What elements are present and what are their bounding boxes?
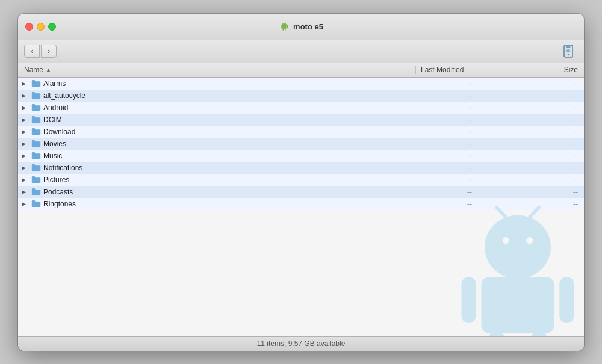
maximize-button[interactable] <box>48 23 56 31</box>
minimize-button[interactable] <box>37 23 45 31</box>
expand-icon[interactable]: ▶ <box>22 93 29 99</box>
file-name: Music <box>43 152 62 160</box>
row-name: ▶ Notifications <box>18 164 415 172</box>
row-name: ▶ Ringtones <box>18 200 415 208</box>
row-name: ▶ Music <box>18 152 415 160</box>
svg-point-4 <box>503 237 509 244</box>
svg-rect-11 <box>488 331 506 336</box>
row-modified: -- <box>415 140 524 148</box>
folder-icon <box>31 164 41 171</box>
row-modified: -- <box>415 79 524 88</box>
row-size: -- <box>524 91 584 100</box>
row-size: -- <box>524 176 584 184</box>
row-name: ▶ Android <box>18 103 415 112</box>
row-name: ▶ DCIM <box>18 116 415 124</box>
android-title-icon <box>279 21 290 32</box>
row-name: ▶ Download <box>18 128 415 136</box>
nav-buttons: ‹ › <box>24 45 57 58</box>
file-manager-window: moto e5 ‹ › <box>18 14 584 351</box>
svg-rect-9 <box>462 277 476 323</box>
row-name: ▶ alt_autocycle <box>18 91 415 100</box>
svg-rect-8 <box>482 277 554 333</box>
table-row[interactable]: ▶ Ringtones -- -- <box>18 198 584 210</box>
row-name: ▶ Alarms <box>18 79 415 88</box>
table-row[interactable]: ▶ Alarms -- -- <box>18 78 584 90</box>
close-button[interactable] <box>25 23 33 31</box>
expand-icon[interactable]: ▶ <box>22 177 29 183</box>
row-modified: -- <box>415 164 524 172</box>
table-row[interactable]: ▶ Podcasts -- -- <box>18 186 584 198</box>
file-name: alt_autocycle <box>43 91 85 100</box>
table-row[interactable]: ▶ Android -- -- <box>18 102 584 114</box>
android-watermark <box>452 204 584 336</box>
expand-icon[interactable]: ▶ <box>22 81 29 87</box>
forward-icon: › <box>48 47 50 55</box>
back-button[interactable]: ‹ <box>24 45 40 58</box>
phone-icon <box>561 44 576 58</box>
row-name: ▶ Pictures <box>18 176 415 184</box>
table-row[interactable]: ▶ DCIM -- -- <box>18 114 584 126</box>
svg-point-2 <box>568 54 569 55</box>
file-name: Ringtones <box>43 200 76 208</box>
expand-icon[interactable]: ▶ <box>22 201 29 207</box>
row-size: -- <box>524 116 584 124</box>
row-name: ▶ Podcasts <box>18 188 415 196</box>
status-text: 11 items, 9.57 GB available <box>257 339 346 348</box>
traffic-lights <box>25 23 56 31</box>
device-icon[interactable] <box>560 43 577 60</box>
file-name: DCIM <box>43 116 62 124</box>
table-row[interactable]: ▶ Download -- -- <box>18 126 584 138</box>
row-modified: -- <box>415 152 524 160</box>
svg-rect-10 <box>559 277 574 323</box>
table-row[interactable]: ▶ Notifications -- -- <box>18 162 584 174</box>
col-size-header[interactable]: Size <box>524 66 584 74</box>
expand-icon[interactable]: ▶ <box>22 141 29 147</box>
expand-icon[interactable]: ▶ <box>22 165 29 171</box>
col-name-header[interactable]: Name ▲ <box>18 66 415 74</box>
row-size: -- <box>524 79 584 88</box>
file-name: Pictures <box>43 176 69 184</box>
row-size: -- <box>524 164 584 172</box>
svg-point-3 <box>485 215 551 279</box>
sort-arrow: ▲ <box>46 67 51 73</box>
folder-icon <box>31 188 41 196</box>
file-name: Download <box>43 128 75 136</box>
table-row[interactable]: ▶ Movies -- -- <box>18 138 584 150</box>
window-title-group: moto e5 <box>279 21 323 32</box>
back-icon: ‹ <box>31 47 33 55</box>
expand-icon[interactable]: ▶ <box>22 153 29 159</box>
table-row[interactable]: ▶ alt_autocycle -- -- <box>18 90 584 102</box>
row-modified: -- <box>415 176 524 184</box>
folder-icon <box>31 176 41 184</box>
table-row[interactable]: ▶ Music -- -- <box>18 150 584 162</box>
expand-icon[interactable]: ▶ <box>22 189 29 195</box>
folder-icon <box>31 91 41 99</box>
row-size: -- <box>524 128 584 136</box>
col-modified-header[interactable]: Last Modified <box>415 66 524 74</box>
folder-icon <box>31 79 41 87</box>
table-row[interactable]: ▶ Pictures -- -- <box>18 174 584 186</box>
row-size: -- <box>524 188 584 196</box>
row-size: -- <box>524 103 584 112</box>
folder-icon <box>31 200 41 208</box>
folder-icon <box>31 103 41 111</box>
file-name: Podcasts <box>43 188 73 196</box>
folder-icon <box>31 128 41 135</box>
row-size: -- <box>524 200 584 208</box>
file-name: Android <box>43 103 68 112</box>
table-header: Name ▲ Last Modified Size <box>18 63 584 78</box>
forward-button[interactable]: › <box>41 45 57 58</box>
expand-icon[interactable]: ▶ <box>22 105 29 111</box>
row-name: ▶ Movies <box>18 140 415 148</box>
file-name: Notifications <box>43 164 82 172</box>
expand-icon[interactable]: ▶ <box>22 117 29 123</box>
file-name: Alarms <box>43 79 66 88</box>
row-modified: -- <box>415 116 524 124</box>
status-bar: 11 items, 9.57 GB available <box>18 336 584 351</box>
expand-icon[interactable]: ▶ <box>22 129 29 135</box>
file-rows-container: ▶ Alarms -- -- ▶ alt_autocycle -- -- ▶ <box>18 78 584 210</box>
toolbar: ‹ › <box>18 40 584 63</box>
row-size: -- <box>524 140 584 148</box>
window-title: moto e5 <box>293 22 323 31</box>
row-modified: -- <box>415 103 524 112</box>
